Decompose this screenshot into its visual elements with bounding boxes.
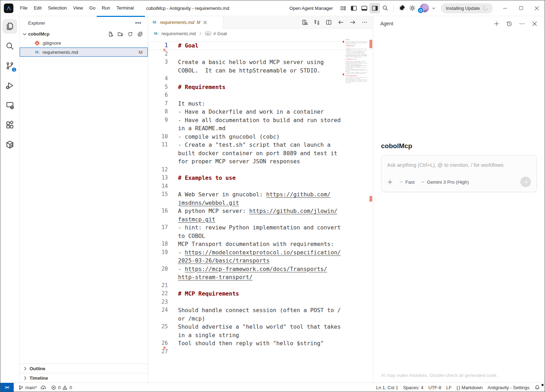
source-control-icon[interactable]: 1	[2, 58, 17, 73]
markdown-link[interactable]: /	[273, 207, 277, 215]
toggle-right-panel-icon[interactable]	[369, 3, 380, 13]
markdown-link[interactable]: http-stream-transport/	[178, 273, 253, 282]
code-area[interactable]: 1# Goal23Create a basic hello world MCP …	[148, 38, 373, 382]
markdown-link[interactable]: https:/	[249, 207, 273, 215]
navigate-back-icon[interactable]	[338, 19, 344, 25]
menu-selection[interactable]: Selection	[45, 3, 70, 13]
remote-indicator[interactable]: ><	[0, 383, 14, 392]
history-icon[interactable]	[506, 21, 512, 27]
menu-view[interactable]: View	[70, 3, 86, 13]
markdown-link[interactable]: github.com/	[276, 207, 313, 215]
markdown-link[interactable]: mcp-framework.com/	[212, 265, 273, 273]
extensions-icon[interactable]	[2, 118, 17, 132]
breadcrumb-file[interactable]: requirements.md	[161, 31, 196, 36]
language-mode-item[interactable]: { } Markdown	[454, 385, 485, 390]
eol-item[interactable]: LF	[444, 385, 454, 390]
markdown-link[interactable]: /	[209, 265, 212, 273]
editor-line-14[interactable]: 14	[148, 182, 373, 191]
menu-go[interactable]: Go	[86, 3, 99, 13]
markdown-link[interactable]: Transports/	[290, 265, 327, 273]
editor-line-27[interactable]: 27	[148, 348, 373, 356]
editor-line-1[interactable]: 1# Goal	[148, 42, 373, 50]
settings-gear-icon[interactable]	[407, 3, 418, 13]
editor-line-2[interactable]: 2	[148, 50, 373, 58]
remote-explorer-icon[interactable]	[2, 98, 17, 113]
new-folder-icon[interactable]	[118, 31, 123, 37]
model-selector[interactable]: Gemini 3 Pro (High)	[421, 179, 469, 185]
markdown-link[interactable]: https:/	[185, 248, 208, 257]
encoding-item[interactable]: UTF-8	[426, 385, 444, 390]
editor-line-13[interactable]: 13# Examples to use	[148, 174, 373, 182]
open-preview-icon[interactable]	[302, 19, 308, 25]
editor-line-18[interactable]: 18MCP Transport documentation with requi…	[148, 240, 373, 248]
editor-line-5[interactable]: 5# Requirements	[148, 83, 373, 91]
tab-requirements-md[interactable]: M↓ requirements.md M	[148, 16, 223, 29]
outline-section[interactable]: Outline	[20, 363, 148, 373]
agent-input[interactable]: Ask anything (Ctrl+L), @ to mention, / f…	[387, 162, 531, 168]
menu-terminal[interactable]: Terminal	[113, 3, 137, 13]
antigravity-settings-item[interactable]: Antigravity - Settings	[485, 385, 532, 390]
branch-status-item[interactable]: main*	[16, 385, 49, 390]
editor-line-7[interactable]: 7It must:	[148, 100, 373, 108]
editor-line-17[interactable]: 17- hint: review Python implementation a…	[148, 223, 373, 240]
explorer-icon[interactable]	[2, 19, 17, 34]
folder-row-cobolmcp[interactable]: cobolMcp	[20, 30, 148, 38]
markdown-link[interactable]: modelcontextprotocol.io/	[212, 248, 293, 257]
menu-run[interactable]: Run	[99, 3, 113, 13]
markdown-link[interactable]: basic/	[215, 257, 236, 265]
editor-line-23[interactable]: 23	[148, 298, 373, 306]
notifications-bell[interactable]	[532, 385, 543, 390]
editor-line-24[interactable]: 24Should handle connect session (often a…	[148, 306, 373, 323]
agent-more-icon[interactable]	[519, 21, 525, 27]
markdown-link[interactable]: fastmcp.git	[178, 215, 215, 224]
markdown-link[interactable]: docs/	[273, 265, 290, 273]
markdown-link[interactable]: /	[209, 248, 212, 257]
user-avatar[interactable]	[418, 3, 429, 13]
editor-line-11[interactable]: 11- Create a "test.sh" script that can l…	[148, 141, 373, 166]
attach-plus-icon[interactable]	[387, 179, 393, 185]
maximize-button[interactable]	[513, 0, 529, 16]
file-row--gitignore[interactable]: .gitignore	[20, 38, 148, 48]
search-sidebar-icon[interactable]	[2, 39, 17, 53]
new-chat-icon[interactable]	[494, 21, 500, 27]
editor-line-9[interactable]: 9- Have all documentation to build and r…	[148, 116, 373, 133]
split-editor-icon[interactable]	[326, 19, 332, 25]
indentation-item[interactable]: Spaces: 4	[401, 385, 426, 390]
minimap[interactable]: # GoalCreate a basic hello world MCP ser…	[346, 39, 367, 84]
mode-selector[interactable]: Fast	[399, 179, 414, 185]
problems-status-item[interactable]: 0 0	[49, 385, 74, 390]
editor-line-25[interactable]: 25Should advertise a "hello world" tool …	[148, 323, 373, 339]
open-changes-icon[interactable]	[314, 19, 320, 25]
toggle-bottom-panel-icon[interactable]	[359, 3, 369, 13]
minimize-button[interactable]	[497, 0, 513, 16]
search-icon[interactable]	[380, 3, 391, 13]
agent-input-card[interactable]: Ask anything (Ctrl+L), @ to mention, / f…	[381, 155, 537, 192]
menu-edit[interactable]: Edit	[31, 3, 45, 13]
collapse-all-icon[interactable]	[137, 31, 143, 37]
cursor-position-item[interactable]: Ln 1, Col 1	[374, 385, 401, 390]
tab-close-icon[interactable]	[203, 20, 208, 25]
timeline-section[interactable]: Timeline	[20, 373, 148, 382]
markdown-link[interactable]: github.com/	[293, 190, 331, 199]
close-panel-icon[interactable]	[532, 21, 538, 27]
editor-line-4[interactable]: 4	[148, 75, 373, 83]
editor-line-20[interactable]: 20- https://mcp-framework.com/docs/Trans…	[148, 265, 373, 282]
markdown-link[interactable]: jmsdnns/	[178, 199, 205, 207]
editor-line-15[interactable]: 15A Web Server in gnucobol: https://gith…	[148, 190, 373, 207]
installing-update-button[interactable]: Installing Update	[441, 3, 493, 13]
file-row-requirements-md[interactable]: M↓requirements.mdM	[20, 48, 148, 57]
editor-line-26[interactable]: 26Tool should then reply with "hello $st…	[148, 339, 373, 348]
containers-icon[interactable]	[2, 137, 17, 152]
editor-line-12[interactable]: 12	[148, 166, 373, 174]
markdown-link[interactable]: transports	[236, 257, 270, 265]
close-button[interactable]	[529, 0, 545, 16]
markdown-link[interactable]: webbol.git	[205, 199, 239, 207]
editor-line-6[interactable]: 6	[148, 91, 373, 100]
menu-file[interactable]: File	[17, 3, 31, 13]
new-file-icon[interactable]	[108, 31, 113, 37]
send-button[interactable]	[520, 177, 531, 187]
toggle-left-panel-icon[interactable]	[348, 3, 359, 13]
sidebar-more-icon[interactable]: •••	[135, 20, 141, 26]
editor-line-19[interactable]: 19- https://modelcontextprotocol.io/spec…	[148, 248, 373, 265]
editor-line-16[interactable]: 16A python MCP server: https://github.co…	[148, 207, 373, 223]
